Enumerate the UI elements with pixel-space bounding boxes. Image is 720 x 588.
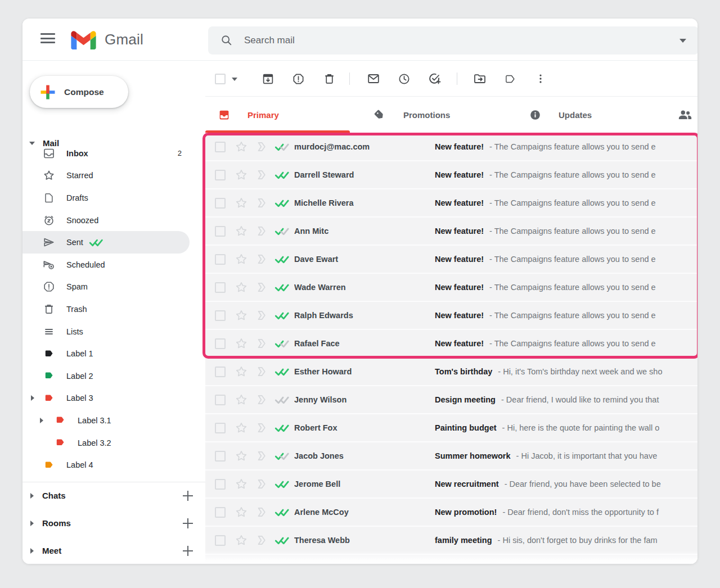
importance-marker-icon[interactable] <box>255 533 268 547</box>
importance-marker-icon[interactable] <box>255 281 268 294</box>
gmail-logo-icon[interactable] <box>71 30 96 49</box>
delete-button[interactable] <box>318 67 340 90</box>
star-icon[interactable] <box>235 309 248 322</box>
star-icon[interactable] <box>235 337 248 350</box>
email-row[interactable]: Esther Howard Tom's birthday - Hi, it's … <box>205 358 698 386</box>
sidebar-label-2[interactable]: Label 2 <box>22 365 190 387</box>
row-checkbox[interactable] <box>215 395 226 405</box>
sidebar-item-spam[interactable]: Spam <box>22 276 190 298</box>
email-row[interactable]: Jenny Wilson Design meeting - Dear frien… <box>205 386 698 414</box>
email-row[interactable]: Theresa Webb family meeting - Hi sis, do… <box>205 527 698 555</box>
add-to-tasks-button[interactable] <box>423 67 446 90</box>
add-chat-icon[interactable] <box>183 491 193 501</box>
importance-marker-icon[interactable] <box>255 168 268 182</box>
tab-primary[interactable]: Primary <box>218 97 279 133</box>
row-checkbox[interactable] <box>215 198 226 209</box>
row-checkbox[interactable] <box>215 142 226 152</box>
sidebar-section-rooms[interactable]: Rooms <box>22 509 205 537</box>
main-menu-icon[interactable] <box>40 33 55 46</box>
sidebar-item-inbox[interactable]: Inbox 2 <box>22 142 190 165</box>
email-row[interactable]: Michelle Rivera New feature! - The Campa… <box>205 189 698 218</box>
sidebar-item-trash[interactable]: Trash <box>22 298 190 320</box>
row-checkbox[interactable] <box>215 170 226 180</box>
star-icon[interactable] <box>235 393 248 406</box>
star-icon[interactable] <box>235 449 248 463</box>
tab-promotions[interactable]: Promotions <box>374 97 450 133</box>
email-row[interactable]: murdocj@mac.com New feature! - The Campa… <box>205 133 698 161</box>
sidebar-item-starred[interactable]: Starred <box>22 165 190 187</box>
importance-marker-icon[interactable] <box>255 224 268 238</box>
sidebar-label-3-2[interactable]: Label 3.2 <box>22 432 190 454</box>
importance-marker-icon[interactable] <box>255 196 268 210</box>
row-checkbox[interactable] <box>215 254 226 265</box>
archive-button[interactable] <box>256 67 279 90</box>
star-icon[interactable] <box>235 196 248 210</box>
importance-marker-icon[interactable] <box>255 477 268 491</box>
star-icon[interactable] <box>235 168 248 182</box>
report-spam-button[interactable] <box>287 67 309 90</box>
email-row[interactable]: Darrell Steward New feature! - The Campa… <box>205 161 698 189</box>
search-options-icon[interactable] <box>680 39 686 43</box>
expand-icon[interactable] <box>40 418 43 423</box>
email-row[interactable]: Jacob Jones Summer homework - Hi Jacob, … <box>205 442 698 471</box>
row-checkbox[interactable] <box>215 535 226 546</box>
star-icon[interactable] <box>235 281 248 294</box>
importance-marker-icon[interactable] <box>255 449 268 463</box>
star-icon[interactable] <box>235 533 248 547</box>
row-checkbox[interactable] <box>215 507 226 518</box>
compose-button[interactable]: Compose <box>30 76 128 108</box>
row-checkbox[interactable] <box>215 226 226 237</box>
email-row[interactable]: Rafael Face New feature! - The Campaigns… <box>205 330 698 358</box>
importance-marker-icon[interactable] <box>255 393 268 406</box>
sidebar-section-meet[interactable]: Meet <box>22 537 205 564</box>
importance-marker-icon[interactable] <box>255 309 268 322</box>
move-to-button[interactable] <box>469 67 491 90</box>
star-icon[interactable] <box>235 477 248 491</box>
email-row[interactable]: Jerome Bell New feature! - The Campaigns… <box>205 555 698 564</box>
row-checkbox[interactable] <box>215 282 226 293</box>
importance-marker-icon[interactable] <box>255 562 268 564</box>
row-checkbox[interactable] <box>215 479 226 490</box>
snooze-button[interactable] <box>393 67 415 90</box>
importance-marker-icon[interactable] <box>255 365 268 378</box>
email-row[interactable]: Wade Warren New feature! - The Campaigns… <box>205 274 698 302</box>
email-row[interactable]: Arlene McCoy New promotion! - Dear frien… <box>205 499 698 527</box>
row-checkbox[interactable] <box>215 310 226 321</box>
importance-marker-icon[interactable] <box>255 140 268 153</box>
star-icon[interactable] <box>235 252 248 266</box>
select-options-icon[interactable] <box>232 78 237 81</box>
importance-marker-icon[interactable] <box>255 337 268 350</box>
importance-marker-icon[interactable] <box>255 421 268 435</box>
sidebar-item-drafts[interactable]: Drafts <box>22 187 190 209</box>
row-checkbox[interactable] <box>215 423 226 433</box>
star-icon[interactable] <box>235 505 248 519</box>
labels-button[interactable] <box>499 67 521 90</box>
sidebar-label-3[interactable]: Label 3 <box>22 387 190 410</box>
email-row[interactable]: Robert Fox Painting budget - Hi, here is… <box>205 414 698 442</box>
row-checkbox[interactable] <box>215 338 226 349</box>
more-options-button[interactable] <box>529 67 552 90</box>
sidebar-item-snoozed[interactable]: Snoozed <box>22 209 190 232</box>
search-bar[interactable] <box>208 26 698 55</box>
row-checkbox[interactable] <box>215 367 226 377</box>
search-input[interactable] <box>244 35 627 46</box>
importance-marker-icon[interactable] <box>255 505 268 519</box>
star-icon[interactable] <box>235 365 248 378</box>
importance-marker-icon[interactable] <box>255 252 268 266</box>
mark-read-button[interactable] <box>362 67 385 90</box>
star-icon[interactable] <box>235 224 248 238</box>
email-row[interactable]: Jerome Bell New recruitment - Dear frien… <box>205 471 698 499</box>
star-icon[interactable] <box>235 421 248 435</box>
sidebar-section-chats[interactable]: Chats <box>22 482 205 509</box>
sidebar-label-3-1[interactable]: Label 3.1 <box>22 409 190 432</box>
social-people-icon[interactable] <box>678 109 692 120</box>
sidebar-item-scheduled[interactable]: Scheduled <box>22 254 190 276</box>
select-all-checkbox[interactable] <box>215 74 226 84</box>
sidebar-item-sent[interactable]: Sent <box>22 231 190 254</box>
email-row[interactable]: Ann Mitc New feature! - The Campaigns fe… <box>205 218 698 246</box>
star-icon[interactable] <box>235 562 248 564</box>
sidebar-label-4[interactable]: Label 4 <box>22 454 190 476</box>
row-checkbox[interactable] <box>215 563 226 564</box>
star-icon[interactable] <box>235 140 248 153</box>
email-row[interactable]: Ralph Edwards New feature! - The Campaig… <box>205 302 698 330</box>
